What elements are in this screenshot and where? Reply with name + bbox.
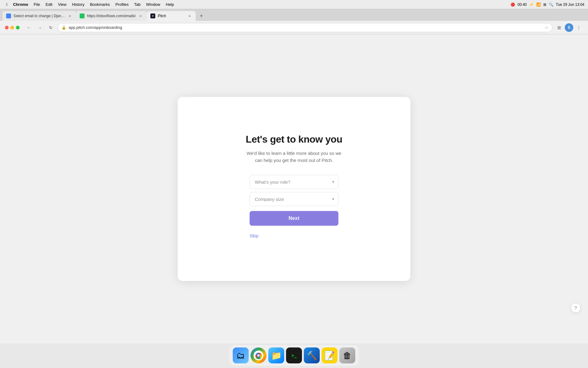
notes-icon: 📝 xyxy=(324,351,335,361)
tab-1[interactable]: Select email to change | Djang... ✕ xyxy=(2,11,76,21)
onboarding-subtitle: We'd like to learn a little more about y… xyxy=(247,150,341,164)
tab-2[interactable]: https://inboxflows.com/emails/ ✕ xyxy=(76,11,147,21)
dock-item-files[interactable]: 📁 xyxy=(268,347,284,363)
card-content: Let's get to know you We'd like to learn… xyxy=(190,134,398,238)
battery-indicator: 🔴 xyxy=(511,2,515,7)
menu-tab[interactable]: Tab xyxy=(132,2,143,7)
browser-content: Let's get to know you We'd like to learn… xyxy=(0,34,588,343)
trash-icon: 🗑 xyxy=(343,351,352,361)
menu-profiles[interactable]: Profiles xyxy=(113,2,131,7)
next-button[interactable]: Next xyxy=(250,211,338,226)
xcode-icon: 🔨 xyxy=(307,351,317,361)
onboarding-title: Let's get to know you xyxy=(246,134,342,145)
subtitle-line2: can help you get the most out of Pitch. xyxy=(255,158,333,163)
menu-bookmarks[interactable]: Bookmarks xyxy=(88,2,112,7)
menu-window[interactable]: Window xyxy=(144,2,163,7)
dock-container: 🗂 📁 >_ 🔨 📝 🗑 xyxy=(0,343,588,368)
terminal-icon: >_ xyxy=(292,353,297,358)
window-maximize-button[interactable] xyxy=(16,26,20,29)
menu-chrome[interactable]: Chrome xyxy=(11,2,31,7)
tab-1-title: Select email to change | Djang... xyxy=(13,14,65,18)
window-minimize-button[interactable] xyxy=(10,26,14,29)
menu-help[interactable]: Help xyxy=(163,2,176,7)
wifi-icon: 📶 xyxy=(536,2,541,7)
address-bar[interactable]: 🔒 app.pitch.com/app/onboarding ☆ xyxy=(58,23,552,32)
tab-bar: Select email to change | Djang... ✕ http… xyxy=(0,9,588,21)
back-button[interactable]: ← xyxy=(24,23,33,32)
chrome-icon xyxy=(254,351,263,360)
tab-1-close[interactable]: ✕ xyxy=(67,13,72,18)
battery-time: 00:40 xyxy=(518,2,527,7)
new-tab-button[interactable]: + xyxy=(197,12,205,20)
onboarding-form: What's your role? Designer Developer Mar… xyxy=(250,175,338,238)
apple-menu[interactable]:  xyxy=(4,2,10,7)
subtitle-line1: We'd like to learn a little more about y… xyxy=(247,151,341,156)
profile-button[interactable]: S xyxy=(565,23,573,32)
finder-icon: 🗂 xyxy=(236,351,245,361)
search-icon[interactable]: 🔍 xyxy=(549,2,553,7)
tab-2-close[interactable]: ✕ xyxy=(138,13,143,18)
url-text: app.pitch.com/app/onboarding xyxy=(69,25,542,30)
menu-edit[interactable]: Edit xyxy=(43,2,55,7)
forward-button[interactable]: → xyxy=(36,23,44,32)
skip-link[interactable]: Skip xyxy=(250,233,338,238)
bookmark-star-icon[interactable]: ☆ xyxy=(545,25,548,30)
menu-history[interactable]: History xyxy=(70,2,87,7)
dock-item-finder[interactable]: 🗂 xyxy=(233,347,249,363)
help-button[interactable]: ? xyxy=(571,303,581,313)
dock-item-terminal[interactable]: >_ xyxy=(286,347,302,363)
menu-file[interactable]: File xyxy=(31,2,43,7)
tab-1-favicon xyxy=(6,13,11,18)
tab-3-favicon: P xyxy=(150,13,155,18)
menu-view[interactable]: View xyxy=(55,2,69,7)
company-size-select[interactable]: Company size 1-10 11-50 51-200 201-500 5… xyxy=(250,192,338,206)
thunderbolt-icon: ⚡ xyxy=(529,2,534,7)
dock-item-xcode[interactable]: 🔨 xyxy=(304,347,320,363)
files-icon: 📁 xyxy=(271,351,282,361)
tab-2-title: https://inboxflows.com/emails/ xyxy=(87,14,136,18)
window-close-button[interactable] xyxy=(5,26,9,29)
onboarding-card: Let's get to know you We'd like to learn… xyxy=(178,97,410,281)
tab-2-favicon xyxy=(80,13,85,18)
tab-3-close[interactable]: ✕ xyxy=(187,13,192,18)
dock-item-chrome[interactable] xyxy=(251,347,266,363)
svg-point-3 xyxy=(258,355,260,357)
control-center-icon[interactable]: ⊞ xyxy=(543,2,546,7)
more-options-button[interactable]: ⋮ xyxy=(575,23,583,32)
dock: 🗂 📁 >_ 🔨 📝 🗑 xyxy=(229,345,359,366)
dock-item-trash[interactable]: 🗑 xyxy=(339,347,355,363)
role-select-wrapper: What's your role? Designer Developer Mar… xyxy=(250,175,338,189)
tab-3[interactable]: P Pitch ✕ xyxy=(147,11,196,21)
reload-button[interactable]: ↻ xyxy=(47,23,55,32)
nav-bar: ← → ↻ 🔒 app.pitch.com/app/onboarding ☆ ⊞… xyxy=(0,21,588,34)
dock-item-notes[interactable]: 📝 xyxy=(322,347,337,363)
datetime: Tue 29 Jun 13:04 xyxy=(556,2,584,7)
extensions-button[interactable]: ⊞ xyxy=(555,23,564,32)
company-size-select-wrapper: Company size 1-10 11-50 51-200 201-500 5… xyxy=(250,192,338,206)
tab-3-title: Pitch xyxy=(158,14,185,18)
role-select[interactable]: What's your role? Designer Developer Mar… xyxy=(250,175,338,189)
menu-bar:  Chrome File Edit View History Bookmark… xyxy=(0,0,588,9)
security-lock-icon: 🔒 xyxy=(62,25,66,30)
